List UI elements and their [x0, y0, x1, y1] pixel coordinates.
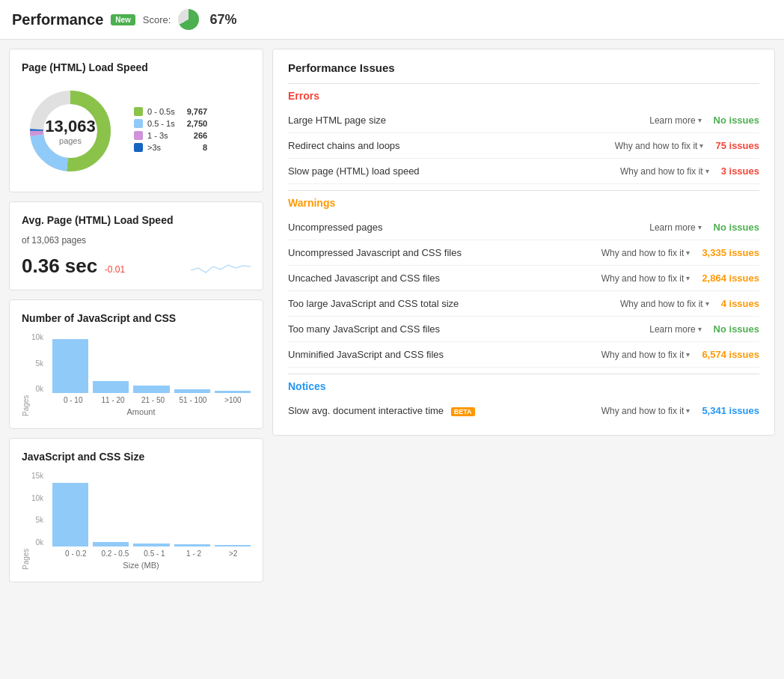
performance-issues-title: Performance Issues	[288, 61, 759, 74]
load-speed-legend: 0 - 0.5s9,767 0.5 - 1s2,750 1 - 3s266 >3…	[134, 107, 207, 155]
load-speed-title: Page (HTML) Load Speed	[22, 61, 251, 73]
issue-row-slow-page: Slow page (HTML) load speed Why and how …	[288, 159, 759, 184]
issue-count-slow-doc: 5,341 issues	[702, 405, 759, 416]
js-css-count-chart-area: Pages 10k 5k 0k	[22, 333, 251, 416]
issue-count-slow-page: 3 issues	[721, 165, 759, 177]
issue-count-large-html: No issues	[714, 115, 759, 126]
y-axis-label-size: Pages	[22, 472, 30, 570]
errors-section-title: Errors	[288, 90, 759, 102]
y-tick-size-3: 5k	[31, 516, 43, 524]
score-value: 67%	[209, 12, 236, 28]
issue-row-redirect: Redirect chains and loops Why and how to…	[288, 133, 759, 159]
x-axis-label-count: Amount	[31, 407, 251, 416]
legend-label-4: >3s	[147, 143, 161, 152]
issue-count-unminified-js: 6,574 issues	[702, 349, 759, 360]
legend-label-1: 0 - 0.5s	[147, 107, 175, 116]
fix-uncompressed-js[interactable]: Why and how to fix it ▾	[601, 248, 690, 258]
avg-speed-change: -0.01	[105, 264, 125, 275]
js-css-count-card: Number of JavaScript and CSS Pages 10k 5…	[9, 299, 263, 429]
x-size-label-2: 0.2 - 0.5	[98, 549, 133, 558]
left-column: Page (HTML) Load Speed	[9, 49, 263, 582]
fix-too-large-js[interactable]: Why and how to fix it ▾	[620, 299, 709, 309]
y-tick-size-4: 0k	[31, 538, 43, 546]
issue-count-uncached-js: 2,864 issues	[702, 272, 759, 284]
avg-speed-value: 0.36 sec	[22, 255, 97, 277]
learn-more-large-html[interactable]: Learn more ▾	[649, 115, 701, 126]
js-css-size-title: JavaScript and CSS Size	[22, 451, 251, 463]
avg-speed-card: Avg. Page (HTML) Load Speed of 13,063 pa…	[9, 201, 263, 290]
page-header: Performance New Score: 67%	[0, 0, 784, 40]
issue-name-slow-doc: Slow avg. document interactive time BETA	[288, 405, 601, 416]
issue-row-uncached-js: Uncached Javascript and CSS files Why an…	[288, 266, 759, 291]
avg-speed-subtitle: of 13,063 pages	[22, 235, 251, 246]
y-tick-size-1: 15k	[31, 472, 43, 480]
x-label-2: 11 - 20	[95, 396, 130, 404]
x-size-label-5: >2	[215, 549, 251, 558]
issue-name-slow-page: Slow page (HTML) load speed	[288, 165, 620, 177]
score-circle-icon	[178, 9, 199, 30]
beta-badge: BETA	[451, 407, 475, 416]
issue-name-redirect: Redirect chains and loops	[288, 140, 615, 151]
x-size-label-3: 0.5 - 1	[137, 549, 172, 558]
y-tick-1: 10k	[31, 333, 43, 341]
issue-count-too-large-js: 4 issues	[721, 298, 759, 309]
notices-section-title: Notices	[288, 380, 759, 392]
learn-more-uncompressed[interactable]: Learn more ▾	[649, 222, 701, 233]
issue-name-unminified-js: Unminified JavaScript and CSS files	[288, 349, 601, 360]
right-column: Performance Issues Errors Large HTML pag…	[272, 49, 775, 582]
load-speed-card: Page (HTML) Load Speed	[9, 49, 263, 192]
fix-unminified-js[interactable]: Why and how to fix it ▾	[601, 350, 690, 360]
x-label-1: 0 - 10	[55, 396, 91, 404]
issue-row-large-html: Large HTML page size Learn more ▾ No iss…	[288, 108, 759, 133]
avg-speed-title: Avg. Page (HTML) Load Speed	[22, 214, 251, 226]
donut-number: 13,063	[45, 117, 95, 136]
legend-val-4: 8	[195, 143, 207, 152]
fix-uncached-js[interactable]: Why and how to fix it ▾	[601, 273, 690, 284]
y-tick-size-2: 10k	[31, 494, 43, 502]
new-badge: New	[111, 14, 135, 25]
issue-count-uncompressed-pages: No issues	[714, 222, 759, 233]
page-title: Performance	[12, 11, 103, 28]
donut-chart: 13,063 pages	[22, 82, 119, 180]
issue-count-too-many-js: No issues	[714, 323, 759, 335]
sparkline-chart	[191, 252, 251, 278]
js-css-size-chart-area: Pages 15k 10k 5k 0k	[22, 472, 251, 570]
y-tick-2: 5k	[31, 359, 43, 368]
legend-label-3: 1 - 3s	[147, 131, 168, 140]
score-label: Score:	[143, 14, 171, 25]
x-label-4: 51 - 100	[175, 396, 210, 404]
fix-slow-page[interactable]: Why and how to fix it ▾	[620, 166, 709, 177]
issue-row-uncompressed-pages: Uncompressed pages Learn more ▾ No issue…	[288, 215, 759, 240]
issue-row-unminified-js: Unminified JavaScript and CSS files Why …	[288, 342, 759, 368]
fix-slow-doc[interactable]: Why and how to fix it ▾	[601, 406, 690, 416]
legend-val-3: 266	[186, 131, 207, 140]
issue-count-redirect: 75 issues	[715, 140, 759, 151]
issue-name-too-large-js: Too large JavaScript and CSS total size	[288, 298, 620, 309]
x-size-label-1: 0 - 0.2	[58, 549, 94, 558]
issue-name-uncompressed-pages: Uncompressed pages	[288, 222, 649, 233]
issue-name-large-html: Large HTML page size	[288, 115, 649, 126]
issue-count-uncompressed-js: 3,335 issues	[702, 247, 759, 258]
fix-redirect[interactable]: Why and how to fix it ▾	[615, 141, 704, 151]
issue-name-uncached-js: Uncached Javascript and CSS files	[288, 272, 601, 284]
y-axis-label-count: Pages	[22, 333, 30, 416]
x-size-label-4: 1 - 2	[177, 549, 212, 558]
x-axis-label-size: Size (MB)	[31, 561, 251, 570]
issue-row-uncompressed-js: Uncompressed Javascript and CSS files Wh…	[288, 240, 759, 266]
issue-row-slow-doc: Slow avg. document interactive time BETA…	[288, 398, 759, 423]
issue-row-too-many-js: Too many JavaScript and CSS files Learn …	[288, 317, 759, 342]
issue-name-uncompressed-js: Uncompressed Javascript and CSS files	[288, 247, 601, 258]
warnings-section-title: Warnings	[288, 197, 759, 209]
legend-val-2: 2,750	[180, 119, 208, 128]
y-tick-3: 0k	[31, 385, 43, 393]
x-label-3: 21 - 50	[135, 396, 171, 404]
x-label-5: >100	[215, 396, 251, 404]
js-css-count-title: Number of JavaScript and CSS	[22, 312, 251, 324]
performance-issues-card: Performance Issues Errors Large HTML pag…	[272, 49, 775, 436]
legend-val-1: 9,767	[180, 107, 208, 116]
issue-row-too-large-js: Too large JavaScript and CSS total size …	[288, 291, 759, 317]
learn-more-too-many-js[interactable]: Learn more ▾	[649, 324, 701, 335]
issue-name-too-many-js: Too many JavaScript and CSS files	[288, 323, 649, 335]
js-css-size-card: JavaScript and CSS Size Pages 15k 10k 5k…	[9, 438, 263, 582]
donut-pages: pages	[45, 136, 95, 145]
